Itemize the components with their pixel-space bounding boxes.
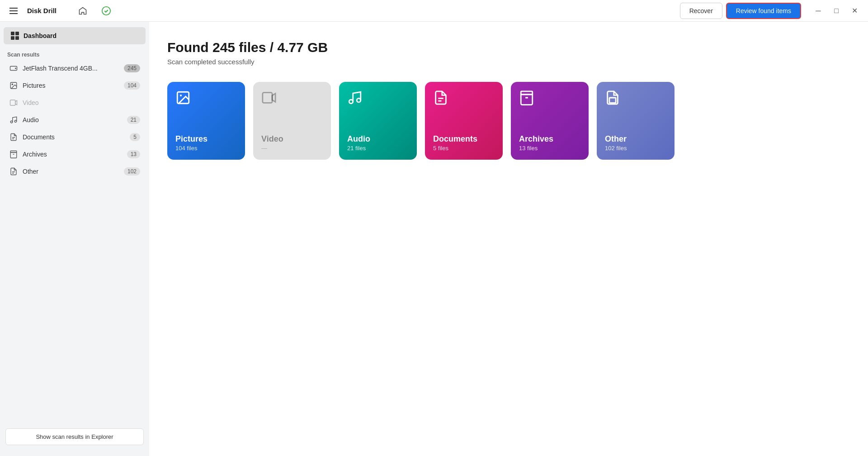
sidebar-item-label-pictures: Pictures — [23, 82, 119, 89]
card-video[interactable]: Video — — [253, 82, 331, 160]
archives-card-icon — [519, 90, 534, 105]
sidebar-item-count-pictures: 104 — [124, 81, 140, 90]
svg-point-10 — [180, 95, 182, 96]
sidebar-item-label-other: Other — [23, 168, 119, 175]
sidebar-item-label-audio: Audio — [23, 116, 123, 124]
show-explorer-button[interactable]: Show scan results in Explorer — [5, 428, 144, 445]
card-archives[interactable]: Archives 13 files — [511, 82, 589, 160]
sidebar-item-count-archives: 13 — [127, 150, 140, 158]
title-bar: Disk Drill Recover Review found items ─ … — [0, 0, 868, 22]
card-label-archives: Archives — [519, 134, 553, 144]
card-count-pictures: 104 files — [175, 145, 197, 152]
review-found-items-button[interactable]: Review found items — [726, 3, 801, 19]
svg-rect-5 — [10, 100, 15, 105]
card-audio[interactable]: Audio 21 files — [339, 82, 417, 160]
sidebar-item-audio[interactable]: Audio 21 — [2, 111, 147, 128]
card-label-pictures: Pictures — [175, 134, 208, 144]
audio-card-icon — [347, 90, 363, 105]
card-label-documents: Documents — [433, 134, 477, 144]
sidebar-item-archives[interactable]: Archives 13 — [2, 146, 147, 163]
window-controls: ─ □ ✕ — [810, 3, 863, 19]
found-title: Found 245 files / 4.77 GB — [167, 40, 850, 55]
sidebar-item-label-archives: Archives — [23, 151, 123, 158]
svg-point-13 — [357, 98, 361, 102]
sidebar-item-count-other: 102 — [124, 167, 140, 176]
card-label-other: Other — [605, 134, 627, 144]
close-button[interactable]: ✕ — [846, 3, 863, 19]
documents-card-icon — [433, 90, 448, 105]
title-bar-center — [57, 3, 680, 19]
home-icon — [78, 6, 87, 15]
minimize-button[interactable]: ─ — [810, 3, 826, 19]
hamburger-button[interactable] — [5, 3, 22, 19]
scan-results-label: Scan results — [0, 48, 149, 60]
svg-rect-15 — [609, 98, 616, 103]
svg-point-2 — [15, 68, 16, 69]
card-label-video: Video — [261, 134, 283, 144]
recover-button[interactable]: Recover — [680, 3, 722, 19]
music-icon — [9, 115, 18, 124]
title-bar-right: Recover Review found items ─ □ ✕ — [680, 3, 863, 19]
check-icon — [101, 6, 111, 16]
image-icon — [9, 81, 18, 90]
card-count-audio: 21 files — [347, 145, 366, 152]
sidebar-item-label-video: Video — [23, 99, 140, 106]
cards-grid: Pictures 104 files Video — — [167, 82, 850, 160]
card-label-audio: Audio — [347, 134, 370, 144]
sidebar-item-dashboard[interactable]: Dashboard — [4, 27, 146, 44]
sidebar-item-jetflash[interactable]: JetFlash Transcend 4GB... 245 — [2, 60, 147, 77]
video-icon — [9, 98, 18, 107]
sidebar-footer: Show scan results in Explorer — [0, 423, 149, 451]
other-icon — [9, 167, 18, 176]
pictures-card-icon — [175, 90, 191, 105]
svg-point-0 — [102, 6, 110, 14]
card-count-video: — — [261, 145, 267, 152]
sidebar-item-label-jetflash: JetFlash Transcend 4GB... — [23, 65, 119, 72]
title-bar-left: Disk Drill — [5, 3, 57, 19]
card-count-other: 102 files — [605, 145, 627, 152]
card-other[interactable]: Other 102 files — [597, 82, 675, 160]
hamburger-icon — [9, 8, 18, 14]
drive-icon — [9, 64, 18, 73]
card-count-archives: 13 files — [519, 145, 538, 152]
sidebar-item-label-documents: Documents — [23, 133, 125, 141]
sidebar-item-count-documents: 5 — [130, 133, 140, 141]
other-card-icon — [605, 90, 620, 105]
document-icon — [9, 133, 18, 142]
card-pictures[interactable]: Pictures 104 files — [167, 82, 245, 160]
scan-status: Scan completed successfully — [167, 58, 850, 66]
home-button[interactable] — [75, 3, 91, 19]
video-card-icon — [261, 90, 277, 105]
sidebar-item-count-audio: 21 — [127, 116, 140, 124]
check-button[interactable] — [98, 3, 114, 19]
archive-icon — [9, 150, 18, 159]
maximize-button[interactable]: □ — [828, 3, 844, 19]
sidebar: Dashboard Scan results JetFlash Transcen… — [0, 22, 149, 456]
svg-point-7 — [14, 120, 17, 123]
svg-rect-11 — [263, 93, 272, 103]
dashboard-icon — [11, 32, 19, 40]
content-area: Found 245 files / 4.77 GB Scan completed… — [149, 22, 868, 456]
sidebar-item-other[interactable]: Other 102 — [2, 163, 147, 180]
main-layout: Dashboard Scan results JetFlash Transcen… — [0, 22, 868, 456]
svg-point-12 — [349, 100, 353, 104]
sidebar-item-video[interactable]: Video — [2, 94, 147, 111]
card-documents[interactable]: Documents 5 files — [425, 82, 503, 160]
app-title: Disk Drill — [27, 7, 57, 14]
dashboard-label: Dashboard — [24, 32, 57, 39]
sidebar-item-pictures[interactable]: Pictures 104 — [2, 77, 147, 94]
sidebar-item-count-jetflash: 245 — [124, 64, 140, 72]
card-count-documents: 5 files — [433, 145, 448, 152]
svg-point-6 — [10, 121, 13, 123]
svg-point-4 — [12, 84, 13, 85]
sidebar-item-documents[interactable]: Documents 5 — [2, 128, 147, 146]
